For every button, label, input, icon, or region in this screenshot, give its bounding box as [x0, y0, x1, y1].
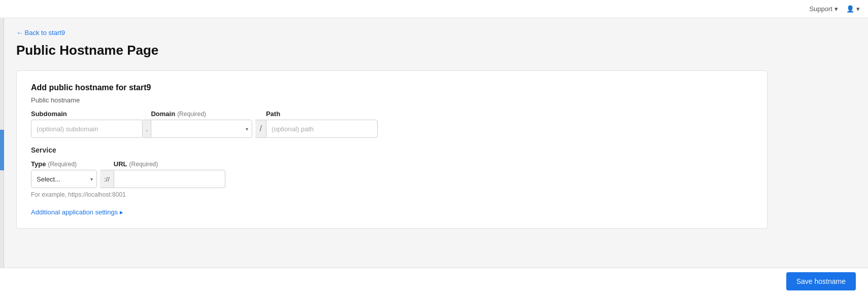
type-group: Type (Required) Select... HTTP HTTPS TCP…	[31, 160, 97, 188]
path-input[interactable]	[266, 120, 378, 138]
subdomain-input[interactable]	[31, 120, 143, 138]
domain-select-wrapper	[151, 120, 252, 138]
left-sidebar-bar	[0, 18, 4, 294]
url-input[interactable]	[114, 170, 225, 188]
subdomain-group: Subdomain	[31, 110, 143, 138]
service-row: Type (Required) Select... HTTP HTTPS TCP…	[31, 160, 753, 188]
domain-required-tag: (Required)	[177, 111, 206, 118]
type-required-tag: (Required)	[48, 161, 77, 168]
support-chevron-icon	[834, 5, 838, 13]
service-label: Service	[31, 146, 753, 154]
domain-label: Domain (Required)	[151, 110, 252, 118]
card: Add public hostname for start9 Public ho…	[16, 70, 767, 229]
url-label: URL (Required)	[114, 160, 225, 168]
path-label: Path	[266, 110, 378, 118]
bottom-bar: Save hostname	[0, 268, 868, 294]
user-menu[interactable]: 👤	[846, 5, 860, 13]
back-link[interactable]: ← Back to start9	[16, 29, 65, 36]
slash-separator: /	[255, 120, 265, 138]
additional-settings-icon	[120, 208, 123, 216]
additional-settings-link[interactable]: Additional application settings	[31, 208, 123, 216]
type-label: Type (Required)	[31, 160, 97, 168]
subdomain-label: Subdomain	[31, 110, 143, 118]
topbar: Support 👤	[0, 0, 868, 18]
support-label: Support	[809, 5, 832, 13]
protocol-label: ://	[100, 170, 114, 188]
type-select[interactable]: Select... HTTP HTTPS TCP UDP	[31, 170, 97, 188]
additional-settings-label: Additional application settings	[31, 208, 118, 216]
type-select-wrapper: Select... HTTP HTTPS TCP UDP	[31, 170, 97, 188]
hostname-row: Subdomain . Domain (Required)	[31, 110, 753, 138]
domain-select[interactable]	[151, 120, 252, 138]
page-title: Public Hostname Page	[16, 43, 856, 58]
support-menu[interactable]: Support	[809, 5, 838, 13]
card-heading: Add public hostname for start9	[31, 83, 753, 92]
url-group: URL (Required)	[114, 160, 225, 188]
save-hostname-button[interactable]: Save hostname	[786, 272, 856, 290]
sidebar-accent	[0, 130, 4, 170]
user-chevron-icon	[856, 5, 860, 13]
main-content: ← Back to start9 Public Hostname Page Ad…	[4, 18, 868, 294]
url-required-tag: (Required)	[129, 161, 158, 168]
dot-separator: .	[143, 120, 151, 138]
person-icon: 👤	[846, 5, 854, 13]
public-hostname-label: Public hostname	[31, 96, 753, 104]
url-hint: For example, https://localhost:8001	[31, 191, 753, 198]
domain-group: Domain (Required)	[151, 110, 252, 138]
path-group: Path	[266, 110, 378, 138]
